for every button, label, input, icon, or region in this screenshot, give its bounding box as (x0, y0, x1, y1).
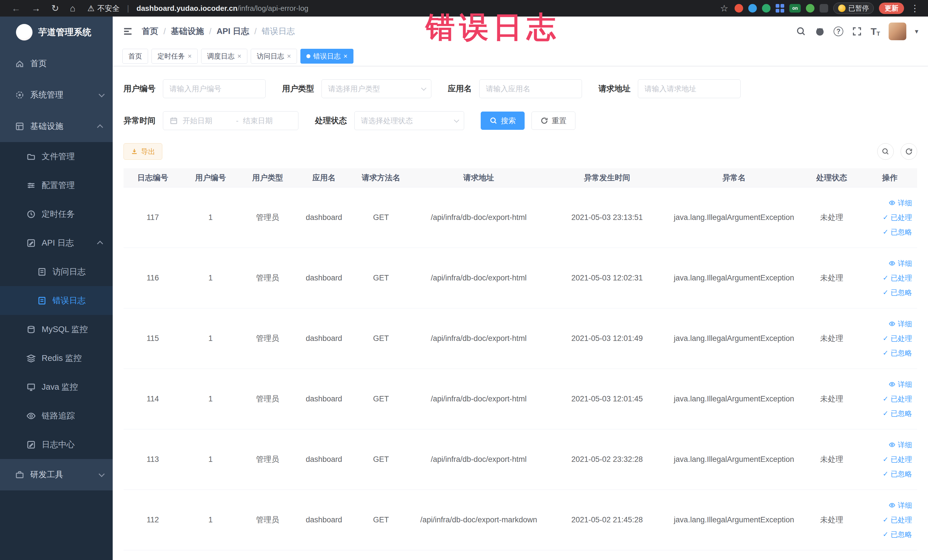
sidebar-item-label: 研发工具 (30, 469, 63, 481)
filter-user-type: 用户类型 请选择用户类型 (282, 79, 431, 98)
tab-access-log[interactable]: 访问日志 × (251, 49, 297, 64)
user-avatar[interactable] (888, 23, 906, 40)
exception-time-range-picker[interactable]: 开始日期 - 结束日期 (163, 111, 298, 130)
app-name-label: 应用名 (448, 83, 472, 94)
sidebar-item-error-log[interactable]: 错误日志 (0, 286, 113, 315)
app-name-input[interactable] (479, 79, 582, 98)
paused-label: 已暂停 (849, 4, 869, 13)
sidebar-item-label: Redis 监控 (42, 352, 82, 364)
cell-app-name: dashboard (296, 490, 352, 550)
tab-home[interactable]: 首页 (122, 49, 148, 64)
sidebar-item-scheduled-tasks[interactable]: 定时任务 (0, 200, 113, 229)
cell-user-id: 1 (182, 187, 239, 248)
detail-link[interactable]: 详细 (888, 440, 912, 450)
export-button[interactable]: 导出 (124, 143, 162, 160)
cell-actions: 详细 ✓已处理 ✓已忽略 (862, 308, 917, 369)
user-id-input[interactable] (163, 79, 266, 98)
sidebar-item-home[interactable]: 首页 (0, 48, 113, 79)
exception-time-label: 异常时间 (124, 115, 156, 126)
kebab-menu-icon[interactable]: ⋮ (909, 0, 920, 17)
ignored-link[interactable]: ✓已忽略 (883, 348, 912, 358)
extension-icon-blue[interactable] (748, 4, 757, 12)
forward-icon[interactable]: → (27, 0, 44, 17)
sidebar-item-redis-monitor[interactable]: Redis 监控 (0, 344, 113, 372)
font-size-icon[interactable]: TT (871, 26, 880, 37)
breadcrumb-api-logs[interactable]: API 日志 (217, 26, 249, 37)
cell-request-url: /api/infra/db-doc/export-html (410, 248, 547, 308)
tab-error-log[interactable]: 错误日志 × (301, 49, 353, 64)
cell-log-id: 116 (124, 248, 182, 308)
processed-link[interactable]: ✓已处理 (883, 515, 912, 525)
ignored-link[interactable]: ✓已忽略 (883, 469, 912, 479)
security-chip[interactable]: ⚠ 不安全 (87, 3, 119, 14)
extension-icon-green[interactable] (762, 4, 771, 12)
extension-icon-red[interactable] (734, 4, 743, 12)
sidebar-item-dev-tools[interactable]: 研发工具 (0, 459, 113, 490)
detail-link[interactable]: 详细 (888, 319, 912, 329)
processed-link[interactable]: ✓已处理 (883, 213, 912, 222)
tab-schedule-log[interactable]: 调度日志 × (201, 49, 247, 64)
home-icon[interactable]: ⌂ (66, 0, 79, 17)
bookmark-star-icon[interactable]: ☆ (719, 0, 730, 17)
back-icon[interactable]: ← (8, 0, 24, 17)
sidebar-item-java-monitor[interactable]: Java 监控 (0, 372, 113, 401)
reload-icon[interactable]: ↻ (47, 0, 63, 17)
detail-link[interactable]: 详细 (888, 259, 912, 268)
request-url-input[interactable] (638, 79, 740, 98)
cell-exception-time: 2021-05-03 12:01:49 (547, 308, 667, 369)
ignored-link[interactable]: ✓已忽略 (883, 409, 912, 418)
tab-close-icon[interactable]: × (287, 52, 291, 60)
chevron-down-icon (421, 85, 426, 90)
refresh-table-button[interactable] (901, 143, 917, 160)
url-domain: dashboard.yudao.iocoder.cn (137, 4, 238, 12)
breadcrumb-home[interactable]: 首页 (142, 26, 158, 37)
detail-link[interactable]: 详细 (888, 500, 912, 510)
extension-icon-leaf[interactable] (806, 4, 815, 12)
sidebar-item-system[interactable]: 系统管理 (0, 79, 113, 111)
search-button[interactable]: 搜索 (481, 111, 525, 130)
paused-badge[interactable]: 已暂停 (833, 3, 874, 14)
processed-link[interactable]: ✓已处理 (883, 455, 912, 464)
ignored-link[interactable]: ✓已忽略 (883, 288, 912, 297)
sidebar-fold-icon[interactable] (122, 26, 133, 37)
breadcrumb-infrastructure[interactable]: 基础设施 (171, 26, 204, 37)
tab-close-icon[interactable]: × (188, 52, 192, 60)
extension-icon-on[interactable]: on (789, 4, 801, 12)
search-icon[interactable] (796, 26, 806, 37)
detail-link[interactable]: 详细 (888, 198, 912, 208)
app-logo[interactable]: 芋道管理系统 (0, 17, 113, 48)
address-bar[interactable]: dashboard.yudao.iocoder.cn/infra/log/api… (137, 4, 309, 13)
toggle-search-button[interactable] (877, 143, 894, 160)
tab-close-icon[interactable]: × (343, 52, 348, 60)
sidebar-item-api-logs[interactable]: API 日志 (0, 229, 113, 257)
processed-link[interactable]: ✓已处理 (883, 273, 912, 283)
fullscreen-icon[interactable] (852, 26, 862, 37)
extension-icon-grid[interactable] (776, 4, 784, 12)
avatar-caret-down-icon[interactable]: ▾ (915, 27, 918, 35)
select-placeholder: 请选择用户类型 (328, 84, 380, 94)
ignored-link[interactable]: ✓已忽略 (883, 227, 912, 237)
reset-button[interactable]: 重置 (531, 111, 575, 130)
sidebar-item-file-management[interactable]: 文件管理 (0, 142, 113, 171)
processed-link[interactable]: ✓已处理 (883, 334, 912, 343)
page-content: 用户编号 用户类型 请选择用户类型 应用名 请求地址 异常时 (113, 66, 928, 550)
ignored-link[interactable]: ✓已忽略 (883, 530, 912, 539)
sidebar-item-mysql-monitor[interactable]: MySQL 监控 (0, 315, 113, 344)
process-status-select[interactable]: 请选择处理状态 (354, 111, 464, 130)
sidebar-item-access-log[interactable]: 访问日志 (0, 257, 113, 286)
cell-process-status: 未处理 (801, 308, 862, 369)
tab-close-icon[interactable]: × (237, 52, 241, 60)
sidebar-item-config-management[interactable]: 配置管理 (0, 171, 113, 200)
detail-link[interactable]: 详细 (888, 380, 912, 389)
sidebar-item-link-tracing[interactable]: 链路追踪 (0, 401, 113, 430)
help-icon[interactable]: ? (833, 26, 843, 36)
sidebar-item-infrastructure[interactable]: 基础设施 (0, 111, 113, 142)
user-type-select[interactable]: 请选择用户类型 (322, 79, 431, 98)
tab-scheduled-tasks[interactable]: 定时任务 × (151, 49, 198, 64)
processed-link[interactable]: ✓已处理 (883, 394, 912, 404)
extension-icon-paw[interactable] (820, 4, 828, 12)
github-icon[interactable] (815, 26, 825, 37)
table-header-row: 日志编号 用户编号 用户类型 应用名 请求方法名 请求地址 异常发生时间 异常名… (124, 168, 917, 187)
sidebar-item-log-center[interactable]: 日志中心 (0, 430, 113, 459)
update-button[interactable]: 更新 (879, 3, 904, 14)
